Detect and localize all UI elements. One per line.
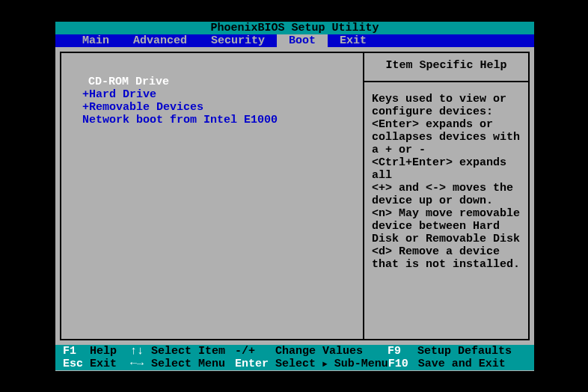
key-enter[interactable]: Enter: [235, 358, 275, 370]
key-f1[interactable]: F1: [63, 345, 90, 358]
updown-arrow-icon: ↑↓: [130, 345, 151, 358]
tab-main[interactable]: Main: [70, 34, 121, 47]
boot-item-harddrive[interactable]: +Hard Drive: [76, 88, 363, 101]
key-plusminus[interactable]: -/+: [235, 345, 275, 358]
tab-security[interactable]: Security: [199, 34, 277, 47]
menu-bar[interactable]: Main Advanced Security Boot Exit: [55, 34, 534, 47]
boot-item-label: CD-ROM Drive: [88, 76, 169, 88]
title-text: PhoenixBIOS Setup Utility: [210, 22, 379, 34]
boot-item-removable[interactable]: +Removable Devices: [76, 101, 363, 114]
footer-row-2: Esc Exit ←→ Select Menu Enter Select ► S…: [63, 358, 527, 370]
label-select-item: Select Item: [151, 345, 235, 358]
boot-item-label: Network boot from Intel E1000: [82, 114, 278, 126]
label-select-submenu: Select ► Sub-Menu: [275, 358, 388, 370]
key-f9[interactable]: F9: [388, 345, 417, 358]
label-save-exit: Save and Exit: [418, 358, 506, 370]
title-bar: PhoenixBIOS Setup Utility: [55, 22, 534, 34]
triangle-right-icon: ►: [322, 360, 328, 369]
help-body: Keys used to view or configure devices:<…: [364, 82, 528, 281]
leftright-arrow-icon: ←→: [130, 358, 151, 370]
boot-item-network[interactable]: Network boot from Intel E1000: [76, 114, 363, 126]
footer-bar: F1 Help ↑↓ Select Item -/+ Change Values…: [55, 345, 534, 370]
expand-prefix: +: [82, 101, 89, 114]
content-area: CD-ROM Drive +Hard Drive +Removable Devi…: [55, 47, 534, 345]
footer-row-1: F1 Help ↑↓ Select Item -/+ Change Values…: [63, 345, 527, 358]
label-help: Help: [90, 345, 130, 358]
key-f10[interactable]: F10: [388, 358, 418, 370]
expand-prefix: +: [82, 88, 89, 101]
boot-order-panel[interactable]: CD-ROM Drive +Hard Drive +Removable Devi…: [60, 52, 364, 340]
label-setup-defaults: Setup Defaults: [417, 345, 512, 358]
label-select-menu: Select Menu: [151, 358, 235, 370]
tab-exit[interactable]: Exit: [328, 34, 379, 47]
help-title: Item Specific Help: [364, 53, 528, 82]
tab-advanced[interactable]: Advanced: [121, 34, 199, 47]
key-esc[interactable]: Esc: [63, 358, 90, 370]
boot-item-cdrom[interactable]: CD-ROM Drive: [76, 76, 363, 88]
label-exit: Exit: [90, 358, 130, 370]
boot-item-label: Hard Drive: [89, 88, 156, 101]
bios-setup-window: PhoenixBIOS Setup Utility Main Advanced …: [55, 22, 534, 371]
tab-boot[interactable]: Boot: [277, 34, 328, 47]
label-change-values: Change Values: [275, 345, 388, 358]
boot-item-label: Removable Devices: [89, 101, 203, 114]
help-panel: Item Specific Help Keys used to view or …: [364, 52, 530, 340]
